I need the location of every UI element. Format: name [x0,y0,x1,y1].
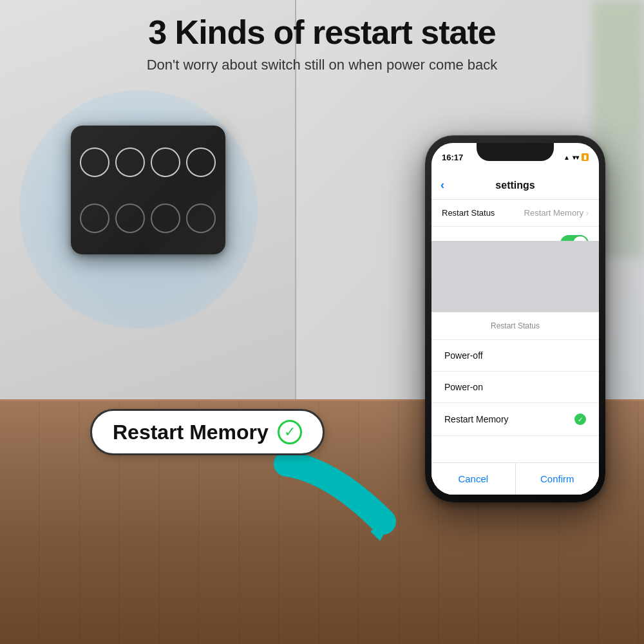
switch-btn-6 [115,204,145,233]
switch-btn-4 [186,147,216,177]
option-power-off[interactable]: Power-off [431,340,599,372]
wifi-icon: ▾▾ [573,154,579,161]
restart-memory-label: Restart Memory [444,414,509,424]
status-time: 16:17 [442,153,463,162]
status-icons: ▲ ▾▾ ▮ [564,153,589,161]
cancel-button[interactable]: Cancel [431,463,516,495]
power-off-label: Power-off [444,350,483,361]
signal-icon: ▲ [564,154,570,161]
restart-status-value: Restart Memory › [524,208,589,218]
teal-arrow [280,457,409,541]
battery-icon: ▮ [582,153,589,161]
sheet-actions: Cancel Confirm [431,462,599,495]
phone-screen: 16:17 ▲ ▾▾ ▮ ‹ settings Restart Status R… [431,143,599,495]
switch-btn-7 [151,204,180,233]
switch-row-top [80,137,216,187]
switch-row-bottom [80,193,216,243]
callout-box: Restart Memory ✓ [90,409,325,455]
nav-title: settings [495,180,535,191]
switch-btn-1 [80,147,109,177]
back-button[interactable]: ‹ [440,178,444,192]
restart-status-row[interactable]: Restart Status Restart Memory › [431,200,599,227]
switch-device [71,126,225,254]
phone: 16:17 ▲ ▾▾ ▮ ‹ settings Restart Status R… [425,135,605,502]
confirm-button[interactable]: Confirm [516,463,600,495]
phone-notch [477,143,554,161]
chevron-icon: › [586,209,589,218]
selected-check-icon: ✓ [574,413,586,425]
power-on-label: Power-on [444,382,483,392]
sub-title: Don't worry about switch still on when p… [0,57,644,73]
option-power-on[interactable]: Power-on [431,372,599,403]
action-sheet: Restart Status Power-off Power-on Restar… [431,312,599,495]
restart-status-label: Restart Status [442,208,495,218]
switch-btn-5 [80,204,109,233]
check-circle-icon: ✓ [278,420,302,444]
top-text-area: 3 Kinds of restart state Don't worry abo… [0,13,644,73]
gray-area [431,241,599,312]
switch-btn-2 [115,147,145,177]
main-title: 3 Kinds of restart state [0,13,644,52]
option-restart-memory[interactable]: Restart Memory ✓ [431,403,599,436]
callout-label: Restart Memory [113,421,269,444]
switch-btn-8 [186,204,216,233]
nav-bar: ‹ settings [431,171,599,200]
switch-btn-3 [151,147,180,177]
sheet-title: Restart Status [431,312,599,340]
